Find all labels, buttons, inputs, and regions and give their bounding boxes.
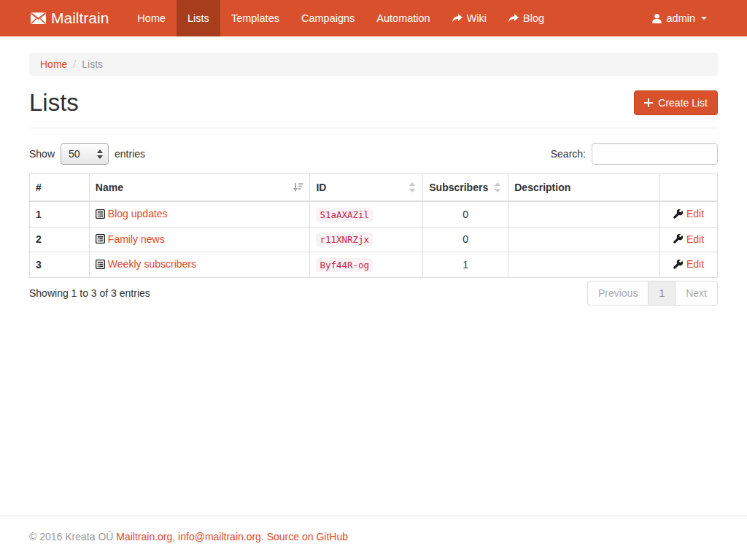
footer-source-link[interactable]: Source on GitHub (267, 531, 348, 542)
main-nav: Home Lists Templates Campaigns Automatio… (126, 0, 555, 36)
breadcrumb-home-link[interactable]: Home (40, 58, 67, 70)
table-info: Showing 1 to 3 of 3 entries (29, 287, 150, 299)
brand-label: Mailtrain (51, 9, 109, 27)
row-name: Family news (89, 227, 310, 252)
footer-site-link[interactable]: Mailtrain.org (116, 531, 172, 542)
list-id-code: Byf44R-og (316, 258, 373, 272)
list-name-link[interactable]: Blog updates (96, 208, 168, 219)
lists-table: # Name ID (29, 174, 718, 278)
table-row: 1 Blog updates S1aAXAZil 0 (30, 201, 718, 227)
nav-item-automation[interactable]: Automation (365, 0, 441, 36)
navbar: Mailtrain Home Lists Templates Campaigns… (0, 0, 747, 36)
row-id: Byf44R-og (310, 252, 423, 278)
breadcrumb-separator: / (73, 58, 76, 70)
header-subscribers[interactable]: Subscribers (423, 174, 508, 202)
edit-link[interactable]: Edit (673, 208, 704, 219)
list-id-code: r11XNRZjx (316, 233, 373, 246)
user-menu[interactable]: admin (640, 0, 719, 36)
wrench-icon (673, 209, 683, 219)
row-subscribers: 0 (423, 201, 508, 227)
edit-link[interactable]: Edit (673, 233, 704, 245)
entries-select[interactable]: 50 (61, 143, 109, 165)
breadcrumb-current: Lists (82, 58, 103, 70)
share-icon (452, 14, 462, 23)
create-list-button[interactable]: Create List (634, 90, 718, 115)
pagination: Previous 1 Next (587, 281, 718, 306)
plus-icon (644, 98, 653, 107)
sort-both-icon (408, 182, 417, 192)
row-name: Blog updates (89, 201, 310, 227)
table-row: 3 Weekly subscribers Byf44R-og 1 (30, 252, 718, 278)
row-subscribers: 1 (423, 252, 508, 278)
row-description (508, 201, 660, 227)
user-icon (651, 13, 662, 24)
row-name: Weekly subscribers (89, 252, 310, 278)
nav-item-blog[interactable]: Blog (498, 0, 555, 36)
share-icon (508, 14, 519, 23)
search-label: Search: (551, 148, 586, 160)
header-id[interactable]: ID (310, 174, 423, 202)
list-id-code: S1aAXAZil (316, 208, 373, 222)
entries-label: entries (115, 148, 145, 160)
row-actions: Edit (659, 252, 717, 278)
list-name-link[interactable]: Family news (96, 233, 165, 245)
wrench-icon (673, 260, 683, 269)
header-name[interactable]: Name (89, 174, 310, 202)
pagination-page-1[interactable]: 1 (648, 281, 676, 306)
nav-item-home[interactable]: Home (126, 0, 177, 36)
header-actions (659, 174, 717, 202)
envelope-icon (31, 12, 46, 24)
footer: © 2016 Kreata OÜ Mailtrain.org, info@mai… (0, 516, 747, 560)
row-index: 1 (30, 201, 90, 227)
footer-email-link[interactable]: info@mailtrain.org (178, 531, 261, 542)
breadcrumb: Home / Lists (29, 52, 718, 76)
pagination-next[interactable]: Next (675, 281, 718, 306)
nav-item-campaigns[interactable]: Campaigns (290, 0, 365, 36)
table-header-row: # Name ID (30, 174, 718, 202)
nav-item-templates[interactable]: Templates (220, 0, 290, 36)
row-subscribers: 0 (423, 227, 508, 252)
row-description (508, 227, 660, 252)
row-id: r11XNRZjx (310, 227, 423, 252)
table-controls: Show 50 entries Search: (29, 143, 718, 165)
sort-both-icon (493, 182, 502, 192)
page-title: Lists (29, 89, 79, 117)
show-label: Show (29, 148, 55, 160)
list-name-link[interactable]: Weekly subscribers (96, 258, 196, 270)
caret-down-icon (701, 17, 707, 20)
row-index: 2 (30, 227, 90, 252)
entries-select-value: 50 (69, 148, 80, 160)
row-id: S1aAXAZil (310, 201, 423, 227)
table-row: 2 Family news r11XNRZjx 0 (30, 227, 718, 252)
nav-item-wiki[interactable]: Wiki (441, 0, 498, 36)
list-alt-icon (96, 234, 105, 244)
list-alt-icon (96, 209, 105, 219)
row-description (508, 252, 660, 278)
row-index: 3 (30, 252, 90, 278)
header-description: Description (508, 174, 660, 202)
row-actions: Edit (659, 227, 717, 252)
edit-link[interactable]: Edit (673, 258, 704, 270)
nav-item-lists[interactable]: Lists (177, 0, 220, 36)
wrench-icon (673, 234, 683, 244)
search-input[interactable] (592, 143, 718, 165)
page-header: Lists Create List (29, 89, 718, 128)
list-alt-icon (96, 260, 105, 269)
select-arrows-icon (97, 149, 103, 159)
user-label: admin (667, 12, 696, 24)
pagination-previous[interactable]: Previous (587, 281, 649, 306)
header-index: # (30, 174, 90, 202)
sort-asc-icon (293, 183, 303, 192)
brand[interactable]: Mailtrain (29, 0, 116, 36)
row-actions: Edit (659, 201, 717, 227)
footer-copyright: © 2016 Kreata OÜ (29, 531, 113, 542)
